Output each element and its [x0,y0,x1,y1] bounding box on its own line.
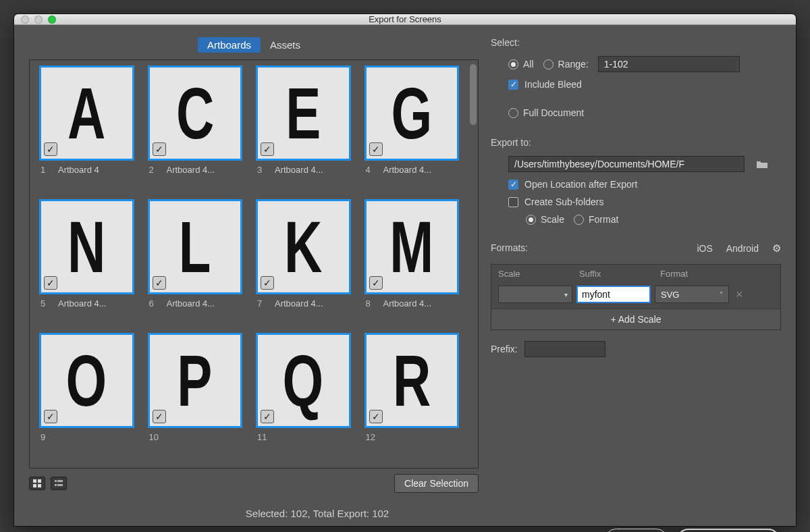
gear-icon[interactable]: ⚙ [772,242,781,255]
zoom-window-icon[interactable] [48,16,56,24]
export-to-label: Export to: [491,137,781,148]
artboard-index: 6 [149,298,159,309]
suffix-input[interactable] [576,286,651,303]
create-subfolders-checkbox[interactable]: Create Sub-folders [508,196,604,207]
grid-view-icon[interactable] [29,477,45,490]
minimize-window-icon[interactable] [34,16,43,24]
artboard-checkbox[interactable]: ✓ [44,276,57,290]
format-value: SVG [661,290,679,300]
artboard-checkbox[interactable]: ✓ [261,410,274,423]
svg-rect-5 [57,480,63,482]
include-bleed-label: Include Bleed [524,79,582,90]
scrollbar-thumb[interactable] [470,64,477,125]
artboard-cell[interactable]: E✓3Artboard 4... [256,65,351,195]
artboard-cell[interactable]: R✓12 [364,333,460,462]
artboard-cell[interactable]: L✓6Artboard 4... [148,199,243,329]
artboard-glyph: O [66,338,107,422]
subfolder-format-label: Format [589,214,618,225]
radio-range-label: Range: [558,59,589,70]
artboard-index: 7 [257,298,267,309]
export-path-input[interactable] [508,156,745,172]
close-window-icon[interactable] [21,16,29,24]
select-label: Select: [491,37,781,48]
selection-status: Selected: 102, Total Export: 102 [0,508,780,519]
artboard-cell[interactable]: N✓5Artboard 4... [39,199,134,329]
artboard-glyph: C [176,71,214,155]
radio-full-document[interactable]: Full Document [508,107,584,118]
artboard-index: 4 [366,165,375,175]
list-view-icon[interactable] [51,477,67,490]
tab-assets[interactable]: Assets [261,37,310,53]
prefix-label: Prefix: [491,344,518,354]
artboard-cell[interactable]: G✓4Artboard 4... [364,65,460,195]
artboard-checkbox[interactable]: ✓ [369,142,383,156]
artboard-cell[interactable]: P✓10 [148,333,243,462]
artboard-index: 3 [257,165,267,175]
artboard-cell[interactable]: A✓1Artboard 4 [39,65,134,195]
artboard-checkbox[interactable]: ✓ [261,276,274,290]
col-format: Format [660,269,774,279]
artboard-checkbox[interactable]: ✓ [153,410,166,423]
artboard-glyph: R [393,338,431,422]
svg-rect-6 [55,484,57,486]
artboard-checkbox[interactable]: ✓ [153,276,166,290]
artboard-index: 1 [40,165,50,175]
artboard-glyph: P [178,338,213,422]
artboard-index: 2 [149,165,159,175]
export-for-screens-dialog: Export for Screens Artboards Assets A✓1A… [14,14,796,527]
artboard-checkbox[interactable]: ✓ [44,142,57,156]
open-location-checkbox[interactable]: ✓Open Location after Export [508,179,637,190]
radio-subfolder-scale[interactable]: Scale [526,214,564,225]
format-row: ▾ SVG˅ × [491,283,780,309]
subfolder-scale-label: Scale [541,214,564,225]
folder-icon[interactable] [754,157,770,171]
create-subfolders-label: Create Sub-folders [524,196,604,207]
clear-selection-button[interactable]: Clear Selection [394,474,479,493]
artboard-glyph: K [284,205,322,288]
artboard-checkbox[interactable]: ✓ [153,142,166,156]
ios-preset-link[interactable]: iOS [697,243,712,254]
remove-row-icon[interactable]: × [733,288,746,302]
scale-dropdown[interactable]: ▾ [498,286,572,303]
open-location-label: Open Location after Export [524,179,637,190]
artboard-index: 5 [40,298,50,309]
artboard-checkbox[interactable]: ✓ [261,142,274,156]
artboard-index: 12 [366,432,375,442]
tab-artboards[interactable]: Artboards [198,37,261,53]
artboard-name: Artboard 4... [167,298,215,309]
radio-subfolder-format[interactable]: Format [574,214,618,225]
svg-rect-2 [33,484,36,487]
artboard-glyph: N [68,205,105,288]
artboard-checkbox[interactable]: ✓ [44,410,57,423]
artboard-name: Artboard 4 [58,165,99,175]
svg-rect-1 [38,479,41,483]
cancel-button[interactable]: Cancel [605,529,668,532]
scrollbar[interactable] [468,60,478,468]
artboard-cell[interactable]: K✓7Artboard 4... [256,199,351,329]
android-preset-link[interactable]: Android [726,243,759,254]
svg-rect-4 [55,480,57,482]
radio-all[interactable]: All [508,59,534,70]
artboard-index: 11 [257,432,267,442]
prefix-input[interactable] [524,341,605,357]
artboard-name: Artboard 4... [383,165,432,175]
export-artboard-button[interactable]: Export Artboard [677,529,780,532]
artboard-cell[interactable]: Q✓11 [256,333,351,462]
col-scale: Scale [498,269,579,279]
format-dropdown[interactable]: SVG˅ [655,286,729,303]
artboard-name: Artboard 4... [383,298,432,309]
artboard-index: 10 [149,432,159,442]
artboard-cell[interactable]: O✓9 [39,333,134,462]
range-input[interactable] [598,56,740,72]
full-document-label: Full Document [523,107,584,118]
add-scale-button[interactable]: + Add Scale [491,309,780,329]
artboard-cell[interactable]: M✓8Artboard 4... [364,199,460,329]
artboard-index: 8 [366,298,375,309]
artboard-name: Artboard 4... [58,298,107,309]
artboard-cell[interactable]: C✓2Artboard 4... [148,65,243,195]
artboard-checkbox[interactable]: ✓ [369,276,383,290]
artboard-checkbox[interactable]: ✓ [369,410,383,423]
formats-label: Formats: [491,242,528,253]
include-bleed-checkbox[interactable]: ✓Include Bleed [508,79,582,90]
radio-range[interactable]: Range: [543,59,589,70]
